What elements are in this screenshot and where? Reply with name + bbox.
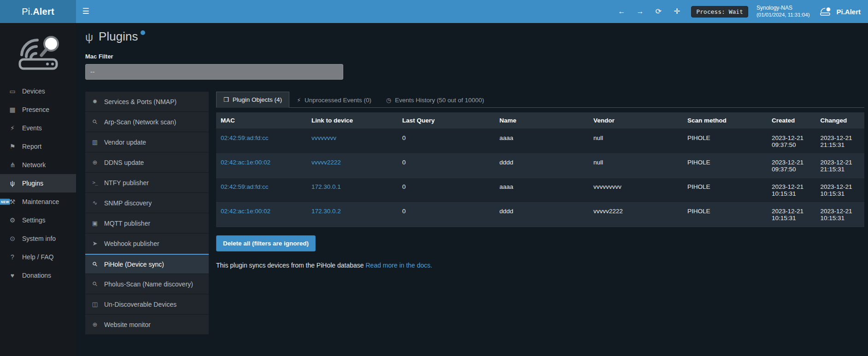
sidebar-item-settings[interactable]: ⚙ Settings — [0, 211, 76, 229]
plugin-item-pholus-scan[interactable]: ⚲ Pholus-Scan (Name discovery) — [85, 274, 209, 294]
mac-filter-label: Mac Filter — [85, 53, 864, 60]
plugin-item-undiscoverable-devices[interactable]: ◫ Un-Discoverable Devices — [85, 294, 209, 315]
process-status-badge: Process: Wait — [691, 6, 748, 18]
last-query-cell: 0 — [398, 178, 495, 203]
col-mac: MAC — [216, 112, 307, 129]
changed-cell: 2023-12-21 10:15:31 — [815, 203, 864, 227]
sidebar-item-label: Events — [22, 124, 42, 132]
plugin-item-vendor-update[interactable]: ▥ Vendor update — [85, 132, 209, 152]
sidebar-item-devices[interactable]: ▭ Devices — [0, 82, 76, 100]
sidebar-item-network[interactable]: ⋔ Network — [0, 156, 76, 174]
sidebar-item-label: Help / FAQ — [22, 253, 53, 261]
device-link[interactable]: 172.30.0.2 — [311, 208, 341, 215]
move-icon: ✛ — [674, 7, 680, 15]
tab-events-history[interactable]: ◷ Events History (50 out of 10000) — [379, 92, 492, 108]
sidebar-item-label: Maintenance — [22, 198, 59, 205]
plugin-item-label: MQTT publisher — [104, 220, 150, 227]
host-timestamp: (01/01/2024, 11:31:04) — [757, 12, 810, 18]
tab-label: Unprocessed Events (0) — [305, 97, 371, 104]
sidebar-item-donations[interactable]: ♥ Donations — [0, 266, 76, 285]
col-last-query: Last Query — [398, 112, 495, 129]
plugin-panel: ❒ Plugin Objects (4) ⚡ Unprocessed Event… — [216, 92, 864, 269]
changed-cell: 2023-12-21 21:15:31 — [815, 154, 864, 178]
vendor-cell: vvvvvvvvv — [589, 178, 683, 203]
settings-icon: ⚙ — [8, 216, 17, 224]
device-link[interactable]: 172.30.0.1 — [311, 183, 341, 190]
plugin-item-label: Vendor update — [104, 139, 146, 146]
forward-button[interactable]: → — [633, 0, 647, 23]
topbar: Pi.Alert ☰ ← → ⟳ ✛ Process: Wait Synolog… — [0, 0, 868, 23]
col-vendor: Vendor — [589, 112, 683, 129]
plugin-item-label: Un-Discoverable Devices — [104, 301, 176, 308]
sidebar-item-help-faq[interactable]: ? Help / FAQ — [0, 248, 76, 266]
col-name: Name — [495, 112, 589, 129]
last-query-cell: 0 — [398, 203, 495, 227]
tab-bar: ❒ Plugin Objects (4) ⚡ Unprocessed Event… — [216, 92, 864, 108]
col-changed: Changed — [815, 112, 864, 129]
main-content: ψ Plugins Mac Filter ✹ Services & Ports … — [76, 23, 868, 356]
brand-suffix: Alert — [33, 6, 54, 17]
vendor-cell: null — [589, 129, 683, 154]
back-button[interactable]: ← — [615, 0, 628, 23]
sidebar-item-maintenance[interactable]: NEW ⚒ Maintenance — [0, 193, 76, 211]
sidebar: ▭ Devices ▦ Presence ⚡ Events ⚑ Report ⋔… — [0, 23, 76, 356]
sidebar-item-system-info[interactable]: ⊙ System info — [0, 229, 76, 248]
sidebar-item-report[interactable]: ⚑ Report — [0, 137, 76, 156]
created-cell: 2023-12-21 10:15:31 — [767, 178, 816, 203]
network-icon: ⋔ — [8, 161, 17, 169]
plugin-item-pihole-device-sync[interactable]: ⚲ PiHole (Device sync) — [85, 254, 209, 274]
plugin-item-mqtt-publisher[interactable]: ▣ MQTT publisher — [85, 213, 209, 233]
host-info: Synology-NAS (01/01/2024, 11:31:04) — [757, 5, 810, 19]
mac-filter-input[interactable] — [85, 64, 343, 80]
device-link[interactable]: vvvvv2222 — [311, 159, 341, 166]
tab-unprocessed-events[interactable]: ⚡ Unprocessed Events (0) — [289, 92, 379, 108]
system-info-icon: ⊙ — [8, 235, 17, 242]
docs-link[interactable]: Read more in the docs. — [366, 262, 433, 269]
brand-logo[interactable]: Pi.Alert — [0, 0, 76, 23]
host-name: Synology-NAS — [757, 5, 810, 12]
sidebar-item-label: Report — [22, 143, 41, 150]
plugin-item-ddns-update[interactable]: ⊕ DDNS update — [85, 152, 209, 173]
device-link[interactable]: vvvvvvvv — [311, 134, 336, 141]
sidebar-toggle-button[interactable]: ☰ — [77, 0, 94, 23]
plugin-item-label: Pholus-Scan (Name discovery) — [104, 280, 193, 288]
last-query-cell: 0 — [398, 154, 495, 178]
sidebar-item-label: Network — [22, 161, 46, 169]
delete-all-button[interactable]: Delete all (filters are ignored) — [216, 235, 316, 251]
mac-link[interactable]: 02:42:59:ad:fd:cc — [221, 134, 269, 141]
sidebar-item-events[interactable]: ⚡ Events — [0, 119, 76, 137]
forward-icon: → — [636, 7, 644, 15]
plugin-item-label: Webhook publisher — [104, 240, 159, 247]
mac-link[interactable]: 02:42:ac:1e:00:02 — [221, 208, 270, 215]
mac-filter-block: Mac Filter — [85, 53, 864, 80]
mac-link[interactable]: 02:42:ac:1e:00:02 — [221, 159, 270, 166]
pihole-search-icon: ⚲ — [89, 259, 100, 269]
plugin-item-label: DDNS update — [104, 159, 144, 166]
tab-plugin-objects[interactable]: ❒ Plugin Objects (4) — [216, 92, 289, 108]
plugin-item-nmap[interactable]: ✹ Services & Ports (NMAP) — [85, 92, 209, 112]
plugin-item-arp-scan[interactable]: ⚲ Arp-Scan (Network scan) — [85, 112, 209, 132]
plugin-item-ntfy-publisher[interactable]: >_ NTFY publisher — [85, 173, 209, 193]
sidebar-item-label: Plugins — [22, 180, 43, 187]
sidebar-item-plugins[interactable]: ψ Plugins — [0, 174, 76, 193]
move-button[interactable]: ✛ — [670, 0, 684, 23]
refresh-icon: ⟳ — [656, 7, 662, 15]
sidebar-item-presence[interactable]: ▦ Presence — [0, 100, 76, 119]
page-title: Plugins — [99, 29, 138, 44]
plugin-item-website-monitor[interactable]: ⊕ Website monitor — [85, 315, 209, 335]
table-row: 02:42:ac:1e:00:02 vvvvv2222 0 dddd null … — [216, 154, 864, 178]
plugin-item-webhook-publisher[interactable]: ➤ Webhook publisher — [85, 233, 209, 254]
plugin-item-snmp-discovery[interactable]: ∿ SNMP discovery — [85, 193, 209, 213]
plugin-item-label: Website monitor — [104, 321, 151, 328]
plugin-item-label: Services & Ports (NMAP) — [104, 98, 176, 105]
mac-link[interactable]: 02:42:59:ad:fd:cc — [221, 183, 269, 190]
tab-label: Plugin Objects (4) — [233, 96, 282, 103]
plugin-description: This plugin syncs devices from the PiHol… — [216, 262, 364, 269]
name-cell: aaaa — [495, 178, 589, 203]
plugin-list: ✹ Services & Ports (NMAP) ⚲ Arp-Scan (Ne… — [85, 92, 209, 335]
refresh-button[interactable]: ⟳ — [651, 0, 665, 23]
scan-method-cell: PIHOLE — [683, 154, 767, 178]
arp-scan-search-icon: ⚲ — [89, 117, 100, 127]
plugins-count-badge — [141, 30, 145, 35]
topbar-actions: ← → ⟳ ✛ Process: Wait Synology-NAS (01/0… — [615, 0, 868, 23]
